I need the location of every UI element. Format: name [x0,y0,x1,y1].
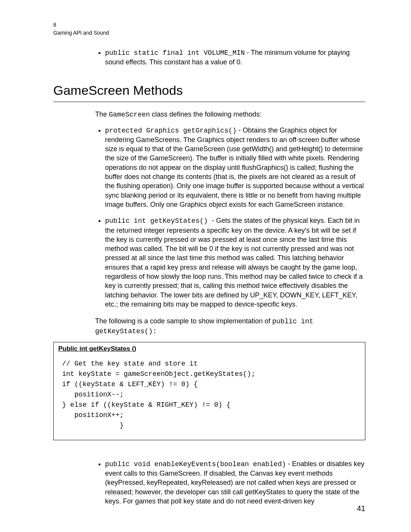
section-body: The GameScreen class defines the followi… [95,110,365,336]
section-heading-gamescreen-methods: GameScreen Methods [53,82,365,102]
intro-post: class defines the following methods: [150,110,261,118]
bullet-description: Gets the states of the physical keys. Ea… [105,217,363,308]
code-literal: public int getKeyStates() [105,217,212,225]
code-literal: public static final int VOLUME_MIN [105,49,245,57]
code-literal: public void enableKeyEvents(boolean enab… [105,460,286,468]
bottom-bullet-block: public void enableKeyEvents(boolean enab… [95,459,365,506]
bullet-getkeystates: public int getKeyStates() - Gets the sta… [105,216,365,309]
footer-page-number: 41 [357,503,365,514]
header-section-title: Gaming API and Sound [53,29,365,37]
top-bullet-block: public static final int VOLUME_MIN - The… [95,48,365,67]
bullet-enablekeyevents: public void enableKeyEvents(boolean enab… [105,459,365,506]
method-list: protected Graphics getGraphics() - Obtai… [95,126,365,309]
separator: - [237,126,243,134]
bullet-volume-min: public static final int VOLUME_MIN - The… [105,48,365,67]
separator: - [245,49,251,56]
document-page: 8 Gaming API and Sound public static fin… [0,0,411,532]
code-sample-intro: The following is a code sample to show i… [95,316,365,336]
code-sample-box: Public int getKeyStates () // Get the ke… [53,342,365,440]
sample-intro-pre: The following is a code sample to show i… [95,317,272,325]
intro-paragraph: The GameScreen class defines the followi… [95,110,365,119]
intro-code: GameScreen [109,111,150,118]
header-chapter-number: 8 [53,21,365,29]
intro-pre: The [95,110,109,118]
bullet-description: Obtains the Graphics object for renderin… [105,126,364,208]
code-literal: protected Graphics getGraphics() [105,127,237,134]
separator: - [212,217,216,224]
separator: - [286,460,292,468]
code-sample-body: // Get the key state and store it int ke… [62,359,365,431]
bullet-getgraphics: protected Graphics getGraphics() - Obtai… [105,126,365,209]
code-sample-title: Public int getKeyStates () [54,342,365,355]
